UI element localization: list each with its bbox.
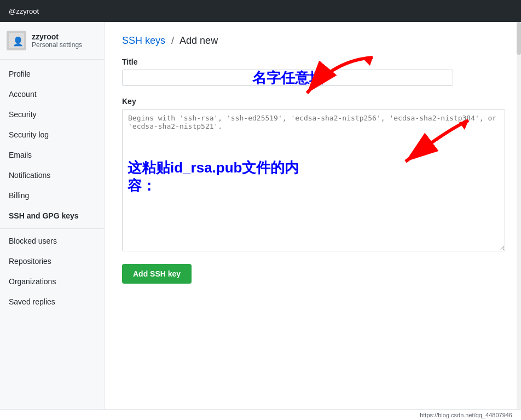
sidebar-link-blocked-users[interactable]: Blocked users [0,231,104,251]
status-url: https://blog.csdn.net/qq_44807946 [420,412,512,418]
title-form-group: Title 名字任意填 [122,57,503,86]
sidebar-item-blocked-users[interactable]: Blocked users [0,228,104,251]
sidebar-item-security-log[interactable]: Security log [0,125,104,145]
key-label: Key [122,97,503,106]
sidebar-item-saved-replies[interactable]: Saved replies [0,292,104,312]
sidebar-link-security-log[interactable]: Security log [0,125,104,145]
avatar: 👤 [7,31,26,50]
add-ssh-key-button[interactable]: Add SSH key [122,264,192,284]
topbar-username: @zzyroot [9,7,39,15]
sidebar-item-emails[interactable]: Emails [0,145,104,165]
sidebar-subtitle: Personal settings [32,41,82,49]
sidebar-item-repositories[interactable]: Repositories [0,251,104,272]
sidebar-item-billing[interactable]: Billing [0,186,104,206]
title-input[interactable] [122,70,453,86]
sidebar-link-saved-replies[interactable]: Saved replies [0,292,104,312]
sidebar: 👤 zzyroot Personal settings Profile Acco… [0,22,105,409]
sidebar-username: zzyroot [32,32,82,41]
sidebar-item-profile[interactable]: Profile [0,64,104,84]
sidebar-item-account[interactable]: Account [0,84,104,105]
scrollbar-track[interactable] [517,22,521,409]
user-text: zzyroot Personal settings [32,32,82,49]
sidebar-link-notifications[interactable]: Notifications [0,165,104,186]
key-textarea[interactable] [122,109,505,251]
status-bar: https://blog.csdn.net/qq_44807946 [0,409,521,420]
sidebar-item-security[interactable]: Security [0,105,104,125]
sidebar-link-profile[interactable]: Profile [0,64,104,84]
title-label: Title [122,57,503,66]
user-info: 👤 zzyroot Personal settings [0,22,104,60]
main-layout: 👤 zzyroot Personal settings Profile Acco… [0,22,521,409]
sidebar-item-notifications[interactable]: Notifications [0,165,104,186]
svg-text:👤: 👤 [13,36,24,47]
breadcrumb: SSH keys / Add new [122,35,503,47]
sidebar-link-security[interactable]: Security [0,105,104,125]
sidebar-item-organizations[interactable]: Organizations [0,272,104,292]
breadcrumb-link[interactable]: SSH keys [122,35,165,46]
sidebar-link-ssh-gpg[interactable]: SSH and GPG keys [0,206,104,226]
sidebar-link-repositories[interactable]: Repositories [0,251,104,272]
sidebar-item-ssh-gpg[interactable]: SSH and GPG keys [0,206,104,226]
top-bar: @zzyroot [0,0,521,22]
sidebar-link-organizations[interactable]: Organizations [0,272,104,292]
sidebar-nav: Profile Account Security Security log Em… [0,60,104,317]
sidebar-link-account[interactable]: Account [0,84,104,105]
key-form-group: Key 这粘贴id_rsa.pub文件的内容： [122,97,503,253]
scrollbar-thumb[interactable] [517,22,521,55]
sidebar-link-emails[interactable]: Emails [0,145,104,165]
sidebar-link-billing[interactable]: Billing [0,186,104,206]
main-content: SSH keys / Add new Title 名字任意填 [105,22,521,409]
breadcrumb-separator: / [171,35,174,46]
breadcrumb-current: Add new [180,35,218,46]
